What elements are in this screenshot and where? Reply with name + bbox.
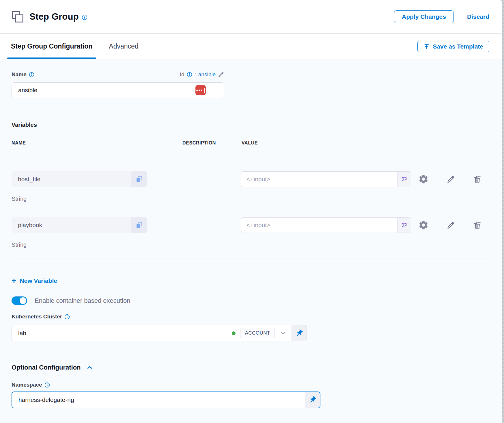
name-id-row: Name Id : [12, 71, 224, 78]
namespace-label-group: Namespace [12, 382, 50, 388]
kubernetes-cluster-select: ACCOUNT [12, 325, 307, 341]
copy-variable-button[interactable] [131, 217, 147, 233]
name-label: Name [12, 71, 27, 78]
chevron-up-icon[interactable] [86, 364, 94, 371]
new-variable-label: New Variable [20, 277, 57, 284]
kubernetes-cluster-label: Kubernetes Cluster [12, 313, 62, 320]
column-header-description: DESCRIPTION [182, 140, 242, 146]
optional-configuration-heading: Optional Configuration [12, 364, 81, 371]
save-as-template-button[interactable]: Save as Template [417, 41, 489, 52]
kubernetes-cluster-info-icon[interactable] [64, 314, 70, 320]
name-input[interactable] [12, 82, 224, 98]
name-label-group: Name [12, 71, 34, 78]
scope-badge: ACCOUNT [240, 328, 275, 338]
namespace-input[interactable] [12, 392, 305, 408]
namespace-label: Namespace [12, 382, 42, 388]
step-group-info-icon[interactable] [82, 14, 87, 20]
variable-settings-icon[interactable] [418, 174, 429, 184]
optional-configuration-header[interactable]: Optional Configuration [12, 364, 489, 371]
variable-name-control [12, 217, 147, 233]
namespace-field [12, 392, 320, 408]
variable-value-input[interactable] [241, 172, 397, 187]
edit-variable-icon[interactable] [447, 175, 456, 184]
id-separator: : [195, 71, 196, 78]
tab-step-group-configuration[interactable]: Step Group Configuration [11, 34, 92, 59]
kubernetes-cluster-field[interactable]: ACCOUNT [12, 325, 292, 341]
tab-advanced[interactable]: Advanced [92, 34, 138, 59]
container-execution-row: Enable container based execution [12, 296, 489, 305]
expression-toggle-button[interactable]: Σˣ [397, 172, 411, 187]
tab-bar: Step Group Configuration Advanced Save a… [0, 34, 502, 59]
variable-settings-icon[interactable] [418, 220, 429, 230]
expression-toggle-button[interactable]: Σˣ [397, 218, 411, 233]
password-manager-icon[interactable] [195, 85, 206, 95]
variable-name-input[interactable] [12, 217, 131, 233]
step-group-configuration-form: Name Id : [0, 71, 502, 408]
pin-runtime-input-button[interactable] [292, 325, 307, 341]
column-header-name: NAME [12, 140, 182, 146]
variables-column-headers: NAME DESCRIPTION VALUE [12, 140, 489, 146]
id-value: ansible [198, 71, 216, 78]
delete-variable-icon[interactable] [473, 175, 482, 184]
id-label: Id [180, 71, 184, 78]
divider [12, 259, 489, 259]
edit-variable-icon[interactable] [447, 221, 456, 230]
copy-variable-button[interactable] [131, 171, 147, 187]
kubernetes-cluster-label-group: Kubernetes Cluster [12, 313, 70, 320]
connector-status-dot [232, 331, 236, 335]
page-title: Step Group [29, 12, 79, 22]
apply-changes-button[interactable]: Apply Changes [394, 10, 454, 23]
column-header-value: VALUE [242, 140, 258, 146]
variable-row: Σˣ [12, 217, 489, 233]
variable-name-control [12, 171, 147, 187]
upload-icon [423, 43, 430, 50]
plus-icon: + [12, 277, 16, 285]
namespace-info-icon[interactable] [44, 382, 50, 388]
new-variable-button[interactable]: + New Variable [12, 277, 57, 285]
chevron-down-icon[interactable] [279, 329, 287, 337]
container-execution-label: Enable container based execution [35, 297, 130, 305]
variable-type-label: String [12, 196, 489, 202]
delete-variable-icon[interactable] [473, 221, 482, 230]
name-field-wrap [12, 82, 224, 98]
variable-type-label: String [12, 242, 489, 248]
id-info-icon[interactable] [187, 72, 192, 77]
name-info-icon[interactable] [29, 72, 34, 77]
variable-value-control: Σˣ [241, 217, 411, 233]
panel-header: Step Group Apply Changes Discard [0, 0, 502, 34]
tab-label: Step Group Configuration [11, 42, 92, 50]
discard-button[interactable]: Discard [467, 13, 489, 20]
variable-value-control: Σˣ [241, 171, 411, 187]
save-as-template-label: Save as Template [433, 43, 483, 50]
container-execution-toggle[interactable] [12, 296, 27, 305]
step-group-panel: Step Group Apply Changes Discard Step Gr… [0, 0, 502, 423]
variable-row: Σˣ [12, 171, 489, 187]
kubernetes-cluster-input[interactable] [18, 330, 227, 337]
edit-id-icon[interactable] [218, 71, 224, 78]
variables-heading: Variables [12, 122, 489, 128]
variable-value-input[interactable] [241, 218, 397, 233]
tab-label: Advanced [109, 42, 138, 50]
divider [12, 156, 489, 156]
id-line: Id : ansible [180, 71, 224, 78]
variable-name-input[interactable] [12, 171, 131, 187]
pin-runtime-input-button[interactable] [305, 392, 320, 408]
step-group-icon [11, 10, 24, 23]
